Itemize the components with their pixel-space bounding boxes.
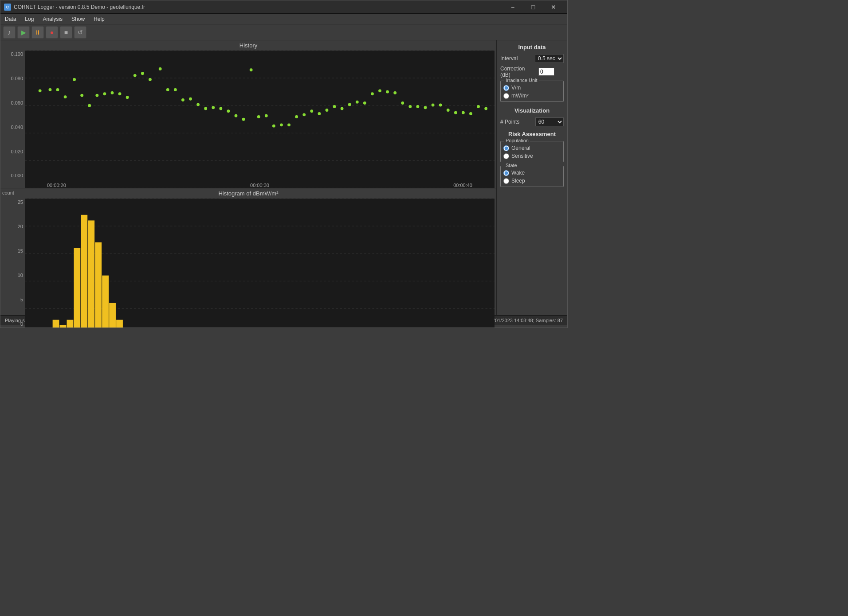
irradiance-mw-radio[interactable] [503, 93, 509, 99]
svg-point-6 [39, 89, 42, 92]
hist-y-5: 5 [20, 297, 23, 302]
menu-item-data[interactable]: Data [0, 14, 20, 24]
svg-point-32 [242, 118, 245, 121]
y-tick-1: 0.000 [11, 173, 23, 178]
svg-point-56 [424, 106, 427, 109]
visualization-title: Visualization [500, 107, 564, 114]
interval-label: Interval [500, 55, 532, 62]
irradiance-group: Irradiance Unit V/m mW/m² [500, 81, 564, 102]
x-tick-20: 00:00:20 [47, 183, 66, 188]
svg-point-42 [318, 112, 321, 115]
window-controls: − □ ✕ [503, 0, 564, 14]
x-tick-40: 00:00:40 [453, 183, 472, 188]
state-wake-radio[interactable] [503, 170, 509, 176]
population-title: Population [504, 138, 530, 143]
svg-point-53 [401, 101, 404, 105]
svg-point-34 [257, 115, 260, 118]
svg-point-62 [469, 112, 472, 115]
points-select[interactable]: 30 60 120 [535, 117, 564, 126]
state-sleep-label: Sleep [511, 178, 525, 184]
x-tick-30: 00:00:30 [250, 183, 269, 188]
charts-area: History 0.100 0.080 0.060 0.040 0.020 0.… [0, 40, 496, 315]
population-sensitive-radio[interactable] [503, 153, 509, 159]
app-title: CORNET Logger - version 0.8.5 Demo - geo… [14, 4, 503, 10]
maximize-button[interactable]: □ [523, 0, 543, 14]
svg-point-55 [416, 105, 420, 108]
svg-rect-71 [53, 320, 59, 328]
y-tick-2: 0.020 [11, 149, 23, 154]
svg-point-38 [287, 123, 291, 126]
menu-item-analysis[interactable]: Analysis [38, 14, 67, 24]
svg-point-51 [386, 90, 389, 94]
svg-point-44 [333, 105, 336, 108]
histogram-panel: Histogram of dBmW/m² 25 20 15 10 5 0 [0, 188, 496, 328]
svg-point-45 [341, 107, 344, 110]
history-panel: History 0.100 0.080 0.060 0.040 0.020 0.… [0, 40, 496, 188]
menu-item-log[interactable]: Log [20, 14, 38, 24]
correction-input[interactable] [538, 68, 554, 76]
svg-rect-73 [67, 320, 74, 328]
svg-point-13 [95, 94, 98, 97]
svg-point-29 [219, 107, 222, 110]
interval-select[interactable]: 0.5 sec 1 sec 2 sec [535, 54, 564, 63]
svg-point-33 [250, 68, 253, 71]
interval-row: Interval 0.5 sec 1 sec 2 sec [500, 54, 564, 63]
y-tick-4: 0.060 [11, 100, 23, 105]
svg-point-46 [348, 103, 351, 106]
state-title: State [504, 163, 518, 168]
population-general-row: General [503, 145, 561, 151]
svg-point-30 [227, 109, 230, 113]
menu-item-help[interactable]: Help [89, 14, 109, 24]
record-icon[interactable]: ● [46, 26, 58, 39]
irradiance-vm-radio[interactable] [503, 85, 509, 91]
y-tick-5: 0.080 [11, 76, 23, 81]
irradiance-vm-label: V/m [511, 85, 521, 91]
hist-y-0: 0 [20, 321, 23, 327]
svg-point-17 [126, 96, 129, 99]
svg-point-35 [265, 114, 268, 117]
svg-point-54 [408, 105, 412, 108]
menu-item-show[interactable]: Show [67, 14, 89, 24]
svg-point-49 [371, 92, 374, 95]
svg-point-15 [111, 91, 114, 94]
svg-point-48 [363, 101, 366, 105]
svg-point-27 [204, 107, 207, 110]
count-label: count [2, 190, 14, 195]
svg-rect-77 [95, 242, 102, 328]
stop-icon[interactable]: ■ [60, 26, 72, 39]
svg-point-8 [56, 88, 59, 91]
population-general-label: General [511, 145, 530, 151]
svg-point-61 [462, 111, 465, 114]
points-label: # Points [500, 119, 533, 125]
svg-point-43 [326, 109, 329, 112]
svg-point-40 [302, 113, 306, 116]
music-icon[interactable]: ♪ [3, 26, 16, 39]
state-sleep-radio[interactable] [503, 178, 509, 184]
svg-point-16 [118, 92, 122, 95]
svg-point-31 [235, 114, 238, 117]
state-group: State Wake Sleep [500, 166, 564, 187]
svg-rect-80 [116, 320, 123, 328]
population-group: Population General Sensitive [500, 141, 564, 162]
svg-point-18 [133, 74, 137, 77]
svg-rect-79 [109, 303, 116, 328]
svg-point-63 [477, 105, 480, 108]
refresh-icon[interactable]: ↺ [74, 26, 86, 39]
risk-title: Risk Assessment [500, 131, 564, 137]
state-wake-row: Wake [503, 170, 561, 176]
hist-y-10: 10 [18, 273, 23, 278]
close-button[interactable]: ✕ [543, 0, 564, 14]
statusbar-right: 18/01/2023 14:03:48; Samples: 87 [488, 318, 563, 323]
minimize-button[interactable]: − [503, 0, 523, 14]
app-icon: C [4, 4, 11, 11]
state-wake-label: Wake [511, 170, 525, 176]
svg-point-19 [141, 72, 144, 75]
population-general-radio[interactable] [503, 145, 509, 151]
svg-point-39 [295, 115, 298, 118]
svg-point-36 [272, 125, 275, 128]
svg-point-7 [49, 88, 52, 91]
pause-icon[interactable]: ⏸ [31, 26, 44, 39]
irradiance-mw-row: mW/m² [503, 93, 561, 99]
history-svg [25, 51, 495, 188]
play-icon[interactable]: ▶ [17, 26, 30, 39]
